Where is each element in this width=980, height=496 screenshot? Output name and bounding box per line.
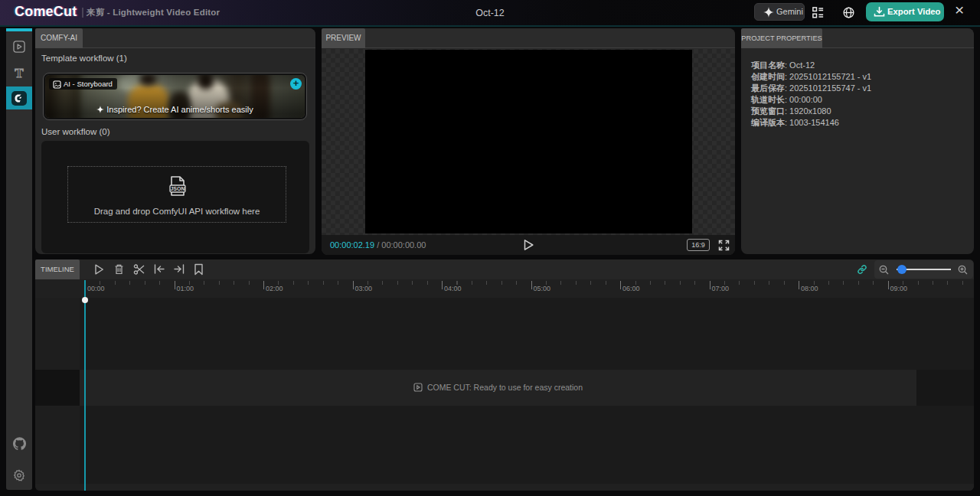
svg-text:JSON: JSON: [170, 186, 185, 191]
